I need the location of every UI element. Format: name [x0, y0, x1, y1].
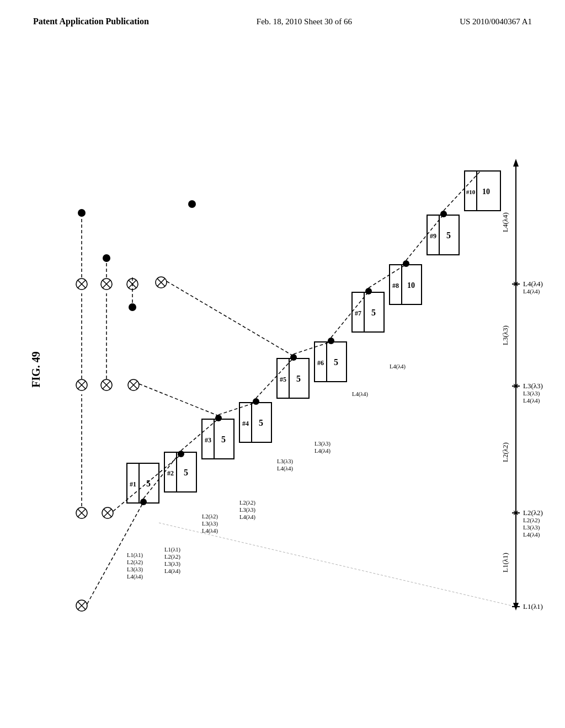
box-8: #8 10 [390, 265, 422, 304]
bottom-label-5-l4: L4(λ4) [277, 465, 294, 472]
box-7: #7 5 [352, 292, 384, 332]
box-5: #5 5 [277, 358, 309, 398]
box-6: #6 5 [315, 342, 347, 382]
svg-text:#5: #5 [280, 376, 286, 383]
label-l4-right: L4(λ4) [523, 280, 543, 288]
svg-text:#10: #10 [466, 189, 476, 195]
bottom-label-1-l1: L1(λ1) [127, 552, 143, 559]
label-l3-right: L3(λ3) [523, 382, 543, 390]
bottom-label-2-l4: L4(λ4) [164, 568, 181, 575]
cross-tick-label-4-l4: L4(λ4) [523, 288, 540, 295]
bottom-label-4-l4: L4(λ4) [239, 514, 256, 521]
svg-text:#2: #2 [167, 469, 174, 477]
top-arrowhead [513, 159, 519, 167]
span-l1: L1(λ1) [501, 553, 509, 572]
bottom-label-6-l3: L3(λ3) [315, 441, 331, 447]
svg-text:10: 10 [482, 188, 490, 196]
label-l1-right: L1(λ1) [523, 602, 543, 611]
box-10: #10 10 [465, 171, 500, 211]
bottom-label-2-l2: L2(λ2) [164, 554, 181, 560]
dot-4 [253, 398, 259, 405]
box-9: #9 5 [427, 215, 459, 255]
box-2: #2 5 [164, 452, 196, 492]
svg-text:5: 5 [371, 308, 376, 317]
cross-tick-label-3-l4: L4(λ4) [523, 397, 540, 404]
svg-text:#7: #7 [355, 309, 361, 317]
svg-text:#9: #9 [430, 232, 436, 240]
bottom-label-3-l2: L2(λ2) [202, 513, 218, 520]
publication-number: US 2010/0040367 A1 [460, 17, 532, 26]
dot-1 [140, 499, 147, 505]
cross-l2: ✕ [513, 509, 519, 517]
dot-top-2 [103, 254, 110, 262]
bottom-label-2-l1: L1(λ1) [164, 547, 181, 553]
cross-tick-label-2-l4: L4(λ4) [523, 531, 540, 538]
svg-text:#4: #4 [242, 420, 249, 427]
bottom-label-8-l4: L4(λ4) [390, 363, 406, 370]
svg-text:5: 5 [221, 435, 226, 444]
dashed-line-5a [167, 281, 293, 356]
box-4: #4 5 [239, 403, 271, 442]
bottom-label-3-l3: L3(λ3) [202, 521, 218, 527]
svg-text:#6: #6 [317, 359, 324, 367]
dot-extra-1 [188, 200, 196, 208]
box-3: #3 5 [202, 419, 234, 459]
svg-text:5: 5 [446, 231, 451, 240]
dot-7 [365, 288, 372, 295]
svg-text:#3: #3 [205, 436, 211, 444]
label-l2-right: L2(λ2) [523, 508, 543, 517]
bottom-label-1-l3: L3(λ3) [127, 566, 143, 573]
bottom-label-2-l3: L3(λ3) [164, 561, 181, 568]
bottom-label-4-l3: L3(λ3) [239, 507, 256, 513]
bottom-label-4-l2: L2(λ2) [239, 500, 256, 506]
cross-tick-label-2-l3: L3(λ3) [523, 524, 540, 531]
page-header: Patent Application Publication Feb. 18, … [0, 0, 565, 26]
dot-8 [403, 260, 409, 267]
bottom-label-6-l4: L4(λ4) [315, 448, 331, 454]
fig-label: FIG. 49 [30, 351, 42, 388]
svg-line-60 [159, 523, 516, 607]
dot-6 [328, 338, 334, 344]
bottom-label-1-l4: L4(λ4) [127, 574, 143, 580]
svg-text:5: 5 [259, 418, 263, 427]
svg-text:#8: #8 [392, 282, 399, 290]
span-l2: L2(λ2) [501, 442, 509, 462]
bottom-label-7-l4: L4(λ4) [352, 391, 369, 398]
svg-text:5: 5 [296, 374, 301, 383]
bottom-label-5-l3: L3(λ3) [277, 458, 294, 465]
bottom-label-1-l2: L2(λ2) [127, 559, 143, 566]
dot-9 [440, 211, 447, 217]
publication-date-sheet: Feb. 18, 2010 Sheet 30 of 66 [257, 17, 352, 26]
svg-text:5: 5 [184, 468, 188, 477]
span-l3: L3(λ3) [501, 325, 509, 345]
cross-tick-label-2-l2: L2(λ2) [523, 517, 540, 524]
cross-tick-label-3-l3: L3(λ3) [523, 390, 540, 397]
svg-text:5: 5 [146, 479, 151, 488]
diagram-svg: FIG. 49 #1 5 #2 5 #3 5 #4 5 #5 5 [0, 77, 565, 711]
cross-l3: ✕ [513, 382, 519, 390]
svg-text:10: 10 [407, 281, 415, 290]
box-1: #1 5 [127, 463, 159, 503]
dot-2 [178, 451, 184, 457]
dot-top-1 [78, 209, 86, 217]
dashed-line-3a [139, 384, 218, 416]
svg-text:#1: #1 [130, 480, 136, 488]
publication-title: Patent Application Publication [33, 17, 149, 26]
cross-l4: ✕ [513, 280, 519, 288]
dot-mid [129, 303, 136, 311]
span-l4: L4(λ4) [501, 212, 509, 232]
svg-text:5: 5 [334, 357, 338, 367]
